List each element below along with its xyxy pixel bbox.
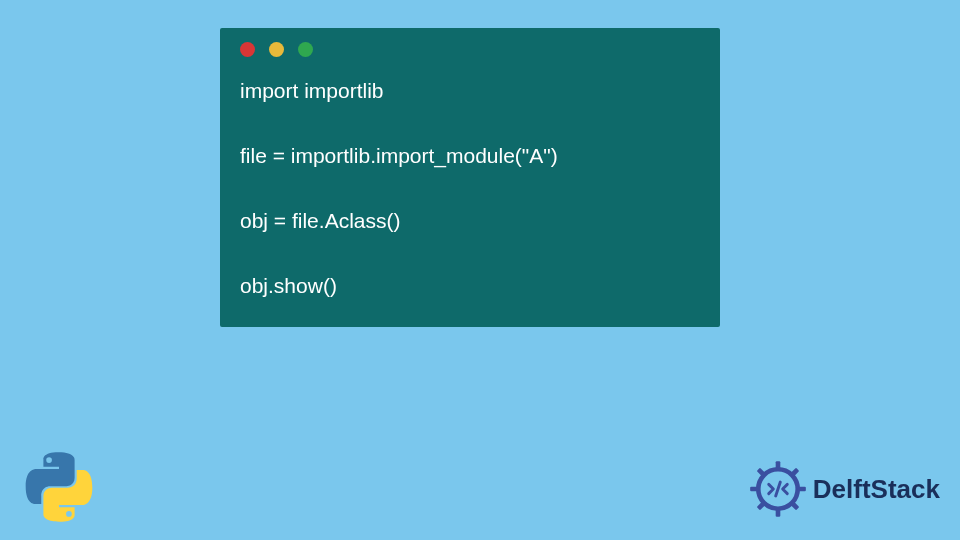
delftstack-logo: DelftStack [749,460,940,518]
svg-rect-2 [776,509,781,517]
close-icon [240,42,255,57]
brand-name: DelftStack [813,474,940,505]
code-content: import importlib file = importlib.import… [240,75,700,303]
gear-icon [749,460,807,518]
svg-rect-1 [776,461,781,469]
window-controls [240,42,700,57]
svg-rect-3 [750,487,758,492]
svg-rect-4 [798,487,806,492]
code-window: import importlib file = importlib.import… [220,28,720,327]
maximize-icon [298,42,313,57]
svg-line-9 [776,482,781,496]
python-logo-icon [20,448,98,526]
minimize-icon [269,42,284,57]
